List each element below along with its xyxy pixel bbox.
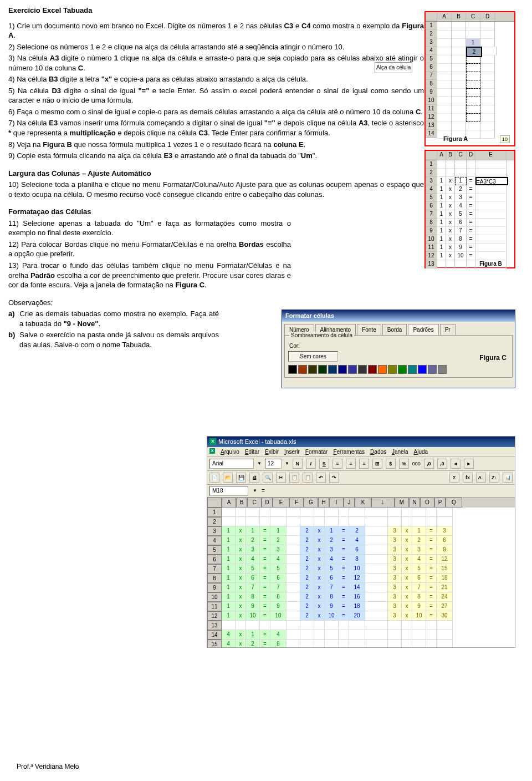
heading-observacoes: Observações: bbox=[8, 298, 219, 308]
sort-desc-icon[interactable]: Z↓ bbox=[489, 473, 499, 483]
sem-cores-button[interactable]: Sem cores bbox=[288, 351, 338, 362]
align-center-icon[interactable]: ≡ bbox=[346, 459, 356, 469]
tab-borda[interactable]: Borda bbox=[382, 324, 407, 336]
format-toolbar[interactable]: Arial▼ 12▼ N I S ≡ ≡ ≡ ⊞ $ % 000 ,0 ,0 ◄… bbox=[207, 457, 515, 471]
align-left-icon[interactable]: ≡ bbox=[332, 459, 342, 469]
chart-icon[interactable]: 📊 bbox=[503, 473, 513, 483]
obs-a: a) Crie as demais tabuadas como mostra n… bbox=[8, 309, 219, 328]
heading-formatacao: Formataçao das Células bbox=[8, 207, 291, 217]
undo-icon[interactable]: ↶ bbox=[316, 473, 326, 483]
excel-doc-icon: X bbox=[209, 448, 215, 454]
align-right-icon[interactable]: ≡ bbox=[359, 459, 369, 469]
step-6: 6) Faça o mesmo com o sinal de igual e c… bbox=[8, 107, 424, 117]
step-11: 11) Selecione apenas a tabuada do "Um" e… bbox=[8, 219, 291, 238]
group-sombreamento: Sombreamento da célula bbox=[289, 332, 354, 339]
step-9: 9) Copie esta fórmula clicando na alça d… bbox=[8, 151, 424, 161]
new-icon[interactable]: 📄 bbox=[209, 473, 219, 483]
redo-icon[interactable]: ↷ bbox=[329, 473, 339, 483]
indent-left-icon[interactable]: ◄ bbox=[451, 459, 461, 469]
figure-a-tooltip: 10 bbox=[500, 135, 510, 143]
figure-c-title: Formatar células bbox=[282, 310, 515, 322]
font-name-input[interactable]: Arial bbox=[209, 459, 254, 469]
figure-b: A B C D E 1231x1==A3*C341x2=51x3=61x4=71… bbox=[424, 150, 515, 268]
step-4: 4) Na célula B3 digite a letra "x" e cop… bbox=[8, 74, 424, 84]
preview-icon[interactable]: 🔍 bbox=[263, 473, 273, 483]
figure-c-label: Figura C bbox=[479, 353, 507, 362]
font-size-input[interactable]: 12 bbox=[265, 459, 282, 469]
cor-label: Cor: bbox=[289, 342, 509, 350]
step-7: 7) Na célula E3 vamos inserir uma fórmul… bbox=[8, 118, 424, 138]
menu-arquivo[interactable]: Arquivo bbox=[221, 448, 239, 456]
print-icon[interactable]: 🖨 bbox=[249, 473, 259, 483]
spreadsheet-title: X Microsoft Excel - tabuada.xls bbox=[207, 437, 515, 447]
name-box[interactable]: M18 bbox=[209, 486, 248, 496]
open-icon[interactable]: 📂 bbox=[223, 473, 233, 483]
indent-right-icon[interactable]: ► bbox=[464, 459, 474, 469]
tab-fonte[interactable]: Fonte bbox=[357, 324, 381, 336]
bold-button[interactable]: N bbox=[293, 459, 303, 469]
dec-decimal-icon[interactable]: ,0 bbox=[437, 459, 447, 469]
step-8: 8) Veja na Figura B que nossa fórmula mu… bbox=[8, 140, 424, 150]
menubar[interactable]: X Arquivo Editar Exibir Inserir Formatar… bbox=[207, 447, 515, 458]
menu-exibir[interactable]: Exibir bbox=[265, 448, 279, 456]
menu-ferramentas[interactable]: Ferramentas bbox=[333, 448, 365, 456]
menu-janela[interactable]: Janela bbox=[392, 448, 408, 456]
save-icon[interactable]: 💾 bbox=[236, 473, 246, 483]
step-10: 10) Selecione toda a planilha e clique n… bbox=[8, 180, 424, 199]
function-icon[interactable]: fx bbox=[463, 473, 473, 483]
menu-formatar[interactable]: Formatar bbox=[305, 448, 328, 456]
standard-toolbar[interactable]: 📄 📂 💾 🖨 🔍 ✂ 📋 📋 ↶ ↷ Σ fx A↓ Z↓ 📊 bbox=[207, 471, 515, 485]
figure-c: Formatar células Número Alinhamento Font… bbox=[282, 310, 515, 388]
fx-label: = bbox=[262, 487, 265, 495]
page-title: Exercício Excel Tabuada bbox=[8, 6, 424, 16]
tab-pr[interactable]: Pr bbox=[440, 324, 456, 336]
cut-icon[interactable]: ✂ bbox=[276, 473, 286, 483]
copy-icon[interactable]: 📋 bbox=[289, 473, 299, 483]
menu-ajuda[interactable]: Ajuda bbox=[414, 448, 428, 456]
obs-b: b) Salve o exercício na pasta onde já sa… bbox=[8, 330, 219, 349]
currency-icon[interactable]: $ bbox=[386, 459, 396, 469]
paste-icon[interactable]: 📋 bbox=[303, 473, 313, 483]
step-5: 5) Na célula D3 digite o sinal de igual … bbox=[8, 86, 424, 105]
menu-inserir[interactable]: Inserir bbox=[284, 448, 300, 456]
menu-editar[interactable]: Editar bbox=[245, 448, 259, 456]
step-13: 13) Para trocar o fundo das células tamb… bbox=[8, 261, 291, 290]
spreadsheet-window: X Microsoft Excel - tabuada.xls X Arquiv… bbox=[207, 436, 515, 648]
inc-decimal-icon[interactable]: ,0 bbox=[424, 459, 434, 469]
formula-bar[interactable]: M18 ▼ = bbox=[207, 485, 515, 498]
menu-dados[interactable]: Dados bbox=[370, 448, 386, 456]
underline-button[interactable]: S bbox=[319, 459, 329, 469]
heading-largura: Largura das Colunas – Ajuste Automático bbox=[8, 169, 424, 179]
italic-button[interactable]: I bbox=[306, 459, 316, 469]
figure-a-label: Figura A bbox=[442, 134, 469, 144]
tab-padroes[interactable]: Padrões bbox=[408, 324, 438, 336]
color-swatches[interactable] bbox=[288, 365, 509, 374]
figure-a: A B C D 123142567891011121314 Alça da cé… bbox=[424, 11, 515, 146]
step-1: 1) Crie um documento novo em branco no E… bbox=[8, 21, 424, 40]
spreadsheet-grid[interactable]: ABCDEFGHIJKLMNOPQ 1231x1=12x1=23x1=341x2… bbox=[207, 498, 515, 648]
step-12: 12) Para colocar Bordas clique no menu F… bbox=[8, 240, 291, 259]
merge-icon[interactable]: ⊞ bbox=[372, 459, 382, 469]
excel-icon: X bbox=[209, 438, 216, 445]
sort-asc-icon[interactable]: A↓ bbox=[476, 473, 486, 483]
autosum-icon[interactable]: Σ bbox=[449, 473, 459, 483]
footer: Prof.ª Veridiana Melo bbox=[17, 762, 79, 771]
alca-label: Alça da célula bbox=[375, 62, 412, 73]
step-2: 2) Selecione os números 1 e 2 e clique n… bbox=[8, 42, 424, 52]
percent-icon[interactable]: % bbox=[399, 459, 409, 469]
step-3: 3) Na célula A3 digite o número 1 clique… bbox=[8, 53, 424, 73]
